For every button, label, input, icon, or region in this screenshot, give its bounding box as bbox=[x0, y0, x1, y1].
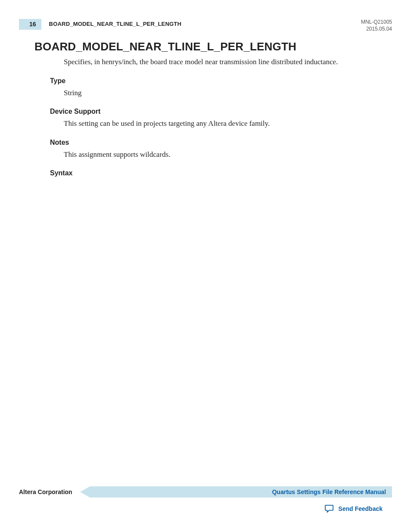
send-feedback-link[interactable]: Send Feedback bbox=[324, 504, 383, 513]
speech-bubble-icon bbox=[324, 504, 334, 513]
footer-manual-link[interactable]: Quartus Settings File Reference Manual bbox=[272, 486, 386, 498]
section-heading-type: Type bbox=[50, 77, 392, 85]
section-heading-syntax: Syntax bbox=[50, 169, 392, 177]
footer-feedback-row: Send Feedback bbox=[19, 504, 392, 513]
footer-top-row: Altera Corporation Quartus Settings File… bbox=[19, 486, 392, 498]
footer-bar: Quartus Settings File Reference Manual bbox=[80, 486, 392, 498]
page-footer: Altera Corporation Quartus Settings File… bbox=[19, 486, 392, 513]
send-feedback-label: Send Feedback bbox=[338, 505, 383, 512]
section-body-type: String bbox=[64, 87, 375, 99]
content: BOARD_MODEL_NEAR_TLINE_L_PER_LENGTH Spec… bbox=[19, 40, 392, 177]
section-body-device-support: This setting can be used in projects tar… bbox=[64, 118, 375, 129]
header-right: MNL-Q21005 2015.05.04 bbox=[361, 19, 392, 32]
section-heading-device-support: Device Support bbox=[50, 108, 392, 115]
page-number-box: 16 bbox=[19, 19, 41, 30]
section-body-notes: This assignment supports wildcards. bbox=[64, 149, 375, 160]
page-header: 16 BOARD_MODEL_NEAR_TLINE_L_PER_LENGTH M… bbox=[19, 19, 392, 32]
footer-corporation: Altera Corporation bbox=[19, 488, 72, 495]
header-left: 16 BOARD_MODEL_NEAR_TLINE_L_PER_LENGTH bbox=[19, 19, 181, 30]
entry-description: Specifies, in henrys/inch, the board tra… bbox=[64, 57, 375, 68]
page-number: 16 bbox=[29, 21, 36, 28]
running-title: BOARD_MODEL_NEAR_TLINE_L_PER_LENGTH bbox=[41, 19, 182, 30]
doc-id: MNL-Q21005 bbox=[361, 19, 392, 26]
doc-date: 2015.05.04 bbox=[361, 26, 392, 33]
footer-manual-title: Quartus Settings File Reference Manual bbox=[272, 488, 386, 495]
section-heading-notes: Notes bbox=[50, 139, 392, 146]
entry-title: BOARD_MODEL_NEAR_TLINE_L_PER_LENGTH bbox=[34, 40, 392, 53]
